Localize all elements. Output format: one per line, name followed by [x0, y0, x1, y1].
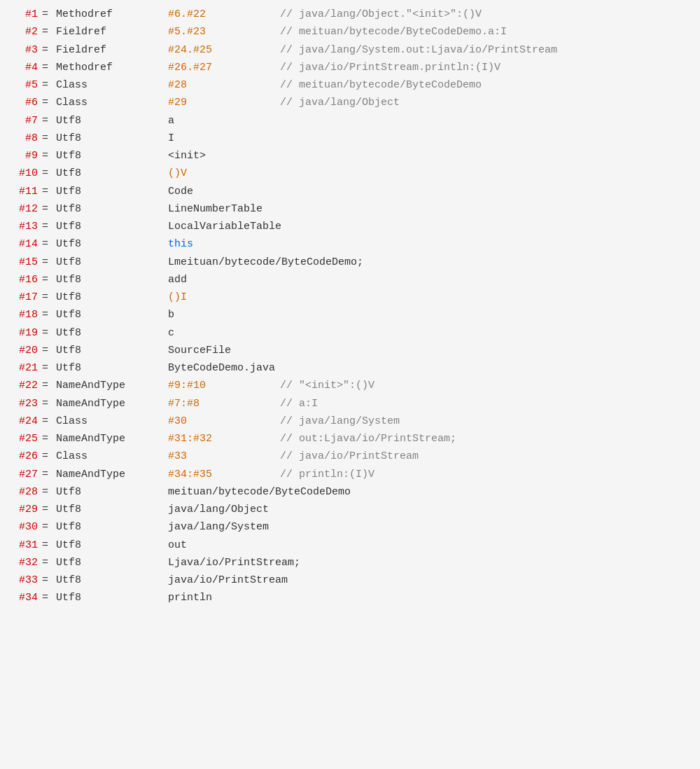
row-index: #2 — [0, 24, 42, 40]
row-index: #32 — [0, 555, 42, 571]
row-ref: #24.#25 — [168, 42, 280, 58]
table-row: #1=Methodref#6.#22 // java/lang/Object."… — [0, 6, 700, 23]
row-equals: = — [42, 537, 56, 553]
table-row: #6=Class#29 // java/lang/Object — [0, 94, 700, 111]
table-row: #14=Utf8this — [0, 235, 700, 253]
table-row: #34=Utf8println — [0, 589, 700, 607]
row-index: #23 — [0, 396, 42, 412]
row-type: Class — [56, 95, 168, 111]
table-row: #28=Utf8meituan/bytecode/ByteCodeDemo — [0, 483, 700, 501]
table-row: #5=Class#28 // meituan/bytecode/ByteCode… — [0, 76, 700, 94]
row-equals: = — [42, 377, 56, 394]
table-row: #18=Utf8b — [0, 306, 700, 324]
row-ref: #29 — [168, 95, 280, 111]
row-ref: c — [168, 325, 280, 341]
row-type: Utf8 — [56, 289, 168, 305]
row-ref: I — [168, 130, 280, 146]
row-type: NameAndType — [56, 396, 168, 412]
row-type: Utf8 — [56, 537, 168, 553]
table-row: #32=Utf8Ljava/io/PrintStream; — [0, 554, 700, 571]
row-ref: ()V — [168, 165, 280, 181]
row-ref: #28 — [168, 77, 280, 93]
row-type: Utf8 — [56, 201, 168, 217]
row-index: #22 — [0, 377, 42, 394]
row-type: Class — [56, 413, 168, 429]
row-ref: meituan/bytecode/ByteCodeDemo — [168, 484, 280, 500]
row-equals: = — [42, 466, 56, 483]
row-ref: <init> — [168, 148, 280, 164]
row-comment: // meituan/bytecode/ByteCodeDemo — [280, 77, 482, 93]
row-ref: #9:#10 — [168, 377, 280, 394]
table-row: #9=Utf8<init> — [0, 147, 700, 165]
row-index: #31 — [0, 537, 42, 553]
row-equals: = — [42, 183, 56, 200]
row-equals: = — [42, 24, 56, 40]
table-row: #24=Class#30 // java/lang/System — [0, 413, 700, 430]
row-type: Utf8 — [56, 307, 168, 323]
row-equals: = — [42, 448, 56, 464]
row-equals: = — [42, 254, 56, 270]
row-equals: = — [42, 572, 56, 588]
row-ref: SourceFile — [168, 342, 280, 359]
row-ref: LineNumberTable — [168, 201, 280, 217]
row-index: #28 — [0, 484, 42, 500]
row-ref: ()I — [168, 289, 280, 305]
row-ref: #33 — [168, 448, 280, 464]
row-index: #8 — [0, 130, 42, 146]
row-ref: Lmeituan/bytecode/ByteCodeDemo; — [168, 254, 280, 270]
row-ref: #30 — [168, 413, 280, 429]
row-comment: // println:(I)V — [280, 466, 374, 483]
row-type: Utf8 — [56, 219, 168, 235]
row-type: Utf8 — [56, 148, 168, 164]
row-index: #34 — [0, 590, 42, 606]
row-type: NameAndType — [56, 466, 168, 483]
row-equals: = — [42, 396, 56, 412]
row-type: Utf8 — [56, 130, 168, 146]
row-index: #11 — [0, 183, 42, 200]
row-type: Class — [56, 448, 168, 464]
row-comment: // java/lang/System — [280, 413, 400, 429]
table-row: #19=Utf8c — [0, 324, 700, 342]
row-equals: = — [42, 60, 56, 76]
row-type: Class — [56, 77, 168, 93]
row-index: #6 — [0, 95, 42, 111]
row-ref: #7:#8 — [168, 396, 280, 412]
table-row: #33=Utf8java/io/PrintStream — [0, 571, 700, 589]
row-equals: = — [42, 342, 56, 359]
row-index: #18 — [0, 307, 42, 323]
row-ref: java/lang/Object — [168, 501, 280, 518]
row-comment: // "<init>":()V — [280, 377, 374, 394]
row-equals: = — [42, 519, 56, 535]
row-index: #33 — [0, 572, 42, 588]
table-row: #30=Utf8java/lang/System — [0, 518, 700, 536]
row-index: #29 — [0, 501, 42, 518]
row-index: #27 — [0, 466, 42, 483]
row-comment: // out:Ljava/io/PrintStream; — [280, 431, 456, 447]
row-index: #17 — [0, 289, 42, 305]
row-type: Utf8 — [56, 555, 168, 571]
row-equals: = — [42, 501, 56, 518]
row-equals: = — [42, 95, 56, 111]
row-type: NameAndType — [56, 431, 168, 447]
table-row: #13=Utf8LocalVariableTable — [0, 218, 700, 235]
row-comment: // java/lang/Object."<init>":()V — [280, 6, 482, 22]
row-type: Utf8 — [56, 183, 168, 200]
row-type: Methodref — [56, 60, 168, 76]
table-row: #20=Utf8SourceFile — [0, 342, 700, 359]
row-ref: #5.#23 — [168, 24, 280, 40]
row-equals: = — [42, 590, 56, 606]
row-ref: out — [168, 537, 280, 553]
row-index: #13 — [0, 219, 42, 235]
table-row: #21=Utf8ByteCodeDemo.java — [0, 359, 700, 377]
row-index: #14 — [0, 236, 42, 252]
row-type: Utf8 — [56, 325, 168, 341]
row-index: #7 — [0, 113, 42, 129]
row-equals: = — [42, 555, 56, 571]
row-equals: = — [42, 413, 56, 429]
table-row: #10=Utf8()V — [0, 165, 700, 182]
row-index: #10 — [0, 165, 42, 181]
table-row: #11=Utf8Code — [0, 183, 700, 200]
row-comment: // meituan/bytecode/ByteCodeDemo.a:I — [280, 24, 507, 40]
row-index: #24 — [0, 413, 42, 429]
row-equals: = — [42, 289, 56, 305]
